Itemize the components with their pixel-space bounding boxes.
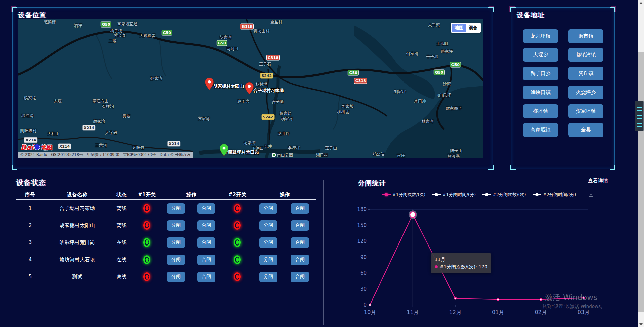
map-place-label: 三岔河 (95, 142, 107, 148)
map-place-label: 阴阳坡村 (20, 128, 37, 134)
switch1-close-button[interactable]: 合闸 (197, 272, 215, 282)
corner-decoration (12, 7, 17, 12)
table-header-cell: 设备名称 (44, 192, 111, 198)
map-type-map-button[interactable]: 地图 (452, 24, 466, 32)
address-button[interactable]: 资丘镇 (568, 67, 603, 80)
map-place-label: 贯坡 (122, 113, 130, 119)
map-place-label: 莲子山 (325, 145, 337, 151)
park-poi: 南山公园 (272, 152, 293, 158)
switch1-close-button[interactable]: 合闸 (197, 203, 215, 214)
switch2-indicator (234, 272, 241, 281)
map-place-label: 干子堰 (426, 54, 438, 59)
legend-item[interactable]: #2分闸时间/(分) (533, 192, 576, 198)
map-place-label: 沙湾 (443, 81, 451, 87)
park-label: 南山公园 (277, 152, 293, 158)
map-place-label: 长冲 (264, 144, 272, 149)
address-button[interactable]: 大堰乡 (523, 48, 558, 62)
address-button-grid: 龙舟坪镇磨市镇大堰乡都镇湾镇鸭子口乡资丘镇渔峡口镇火烧坪乡榔坪镇贺家坪镇高家堰镇… (523, 29, 603, 137)
scrollbar-thumb[interactable] (638, 52, 644, 312)
switch2-close-button[interactable]: 合闸 (291, 220, 309, 231)
switch1-indicator (143, 255, 150, 264)
table-header-cell: 操作 (253, 192, 316, 198)
switch1-open-button[interactable]: 分闸 (167, 255, 185, 265)
map-place-label: 金益村 (270, 19, 282, 25)
map-place-label: 笔架槽 (44, 19, 56, 25)
road-shield-s242: S242 (261, 114, 274, 120)
corner-decoration (12, 165, 17, 170)
map-place-label: 杨家坨 (24, 95, 36, 101)
switch2-indicator (234, 221, 241, 230)
switch2-close-button[interactable]: 合闸 (291, 272, 309, 282)
legend-label: #1分闸时间/(分) (442, 192, 476, 198)
switch1-close-button[interactable]: 合闸 (197, 220, 215, 231)
table-row: 5测试离线分闸合闸分闸合闸 (16, 268, 316, 285)
switch2-open-button[interactable]: 分闸 (259, 237, 277, 248)
address-button[interactable]: 贺家坪镇 (568, 104, 603, 118)
switch1-close-button[interactable]: 合闸 (197, 237, 215, 248)
status-text: 离线 (111, 274, 132, 280)
legend-item[interactable]: #1分闸次数/(次) (382, 192, 426, 198)
switch2-open-button[interactable]: 分闸 (259, 272, 277, 282)
park-icon (272, 153, 276, 157)
switch1-close-button[interactable]: 合闸 (197, 255, 215, 265)
address-button[interactable]: 渔峡口镇 (523, 86, 558, 99)
row-index: 2 (16, 222, 44, 228)
switch2-close-button[interactable]: 合闸 (291, 203, 309, 214)
map-marker-label: 胡家棚村太阳山 (213, 83, 244, 89)
map-place-label: 胡家湾 (220, 35, 232, 40)
map-place-label: 龙家湾 (243, 140, 255, 146)
address-button[interactable]: 磨市镇 (568, 29, 603, 43)
switch1-open-button[interactable]: 分闸 (167, 220, 185, 231)
map-place-label: 吴家坡 (341, 104, 354, 109)
map-place-label: 水田冲 (414, 98, 426, 104)
legend-item[interactable]: #2分闸次数/(次) (482, 192, 526, 198)
floating-widget[interactable] (635, 101, 644, 131)
baidu-map-canvas[interactable]: 笔架槽洞坪天鹅抱蛋胡家湾高家堰互通梅子溪紫金寨二墩青龙山村金益村两河口王子石何家… (18, 19, 483, 158)
map-marker-pin[interactable] (220, 144, 228, 156)
corner-decoration (510, 7, 516, 12)
switch1-indicator (143, 238, 150, 247)
address-button[interactable]: 榔坪镇 (523, 104, 558, 118)
switch1-open-button[interactable]: 分闸 (167, 272, 185, 282)
address-button[interactable]: 龙舟坪镇 (523, 29, 558, 43)
switch1-open-button[interactable]: 分闸 (167, 237, 185, 248)
map-place-label: 洞坪 (74, 22, 82, 28)
address-button[interactable]: 全县 (568, 123, 603, 137)
map-place-label: 麂子岩 (237, 99, 249, 104)
map-place-label: 高家堰互通 (117, 21, 138, 27)
scroll-down-arrow[interactable] (639, 323, 643, 325)
windows-activation-watermark: 激活 Windows (545, 292, 597, 303)
scroll-up-arrow[interactable] (639, 2, 643, 4)
download-icon[interactable] (587, 190, 595, 199)
switch2-open-button[interactable]: 分闸 (259, 255, 277, 265)
map-marker-pin[interactable] (245, 82, 254, 94)
map-place-label: 人字岩 (105, 130, 117, 135)
map-place-label: 刘家坪 (394, 89, 406, 95)
map-marker-label: 合子坳村习家坳 (253, 88, 284, 94)
map-place-label: 两河口 (226, 46, 238, 51)
switch1-open-button[interactable]: 分闸 (167, 203, 185, 214)
road-shield-g50: G50 (162, 30, 172, 36)
map-place-label: 二墩 (109, 38, 117, 44)
address-button[interactable]: 高家堰镇 (523, 123, 558, 137)
switch2-close-button[interactable]: 合闸 (291, 237, 309, 248)
address-button[interactable]: 火烧坪乡 (568, 86, 603, 99)
map-marker-pin[interactable] (205, 78, 214, 90)
status-text: 离线 (111, 222, 132, 229)
switch2-open-button[interactable]: 分闸 (259, 220, 277, 231)
svg-text:90: 90 (360, 254, 367, 260)
device-status-table: 序号设备名称状态#1开关操作#2开关操作 1合子坳村习家坳离线分闸合闸分闸合闸2… (16, 190, 316, 285)
map-place-label: 方家湾 (198, 116, 210, 121)
legend-label: #2分闸次数/(次) (493, 192, 526, 198)
switch2-open-button[interactable]: 分闸 (259, 203, 277, 214)
map-type-hybrid-button[interactable]: 混合 (466, 24, 480, 32)
switch2-close-button[interactable]: 合闸 (291, 255, 309, 265)
map-place-label: 杨树坳 (255, 81, 267, 87)
map-place-label: 官庄 (397, 153, 405, 158)
device-location-panel: 设备位置 笔架槽洞坪天鹅抱蛋胡家湾高家堰互通梅子溪紫金寨二墩青龙山村金益村两河口… (12, 7, 493, 169)
table-header-cell: 状态 (111, 192, 132, 198)
address-button[interactable]: 鸭子口乡 (523, 67, 558, 80)
legend-item[interactable]: #1分闸时间/(分) (432, 192, 476, 198)
view-details-link[interactable]: 查看详情 (588, 178, 608, 184)
address-button[interactable]: 都镇湾镇 (568, 48, 603, 62)
